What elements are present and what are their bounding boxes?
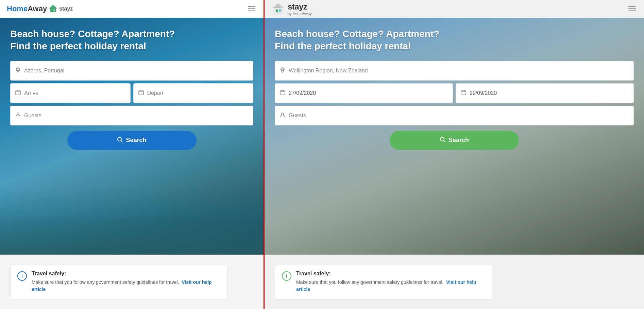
house-icon [48,4,58,14]
left-arrive-input[interactable] [24,90,125,96]
left-guests-icon [15,112,21,119]
svg-point-4 [17,69,19,71]
homeaway-logo-text: HomeAway [7,4,47,13]
hamburger-line-3 [248,11,255,11]
right-date-row [275,83,634,103]
right-travel-text: Travel safely: Make sure that you follow… [296,271,485,293]
hamburger-line-1 [248,6,255,7]
left-search-button[interactable]: Search [67,131,197,150]
left-arrive-field[interactable] [10,83,131,103]
right-bottom-section: i Travel safely: Make sure that you foll… [265,255,644,309]
left-travel-safe-title: Travel safely: [32,271,221,277]
svg-rect-13 [276,7,280,8]
right-travel-safe-body-text: Make sure that you follow any government… [296,279,443,285]
right-panel: stayz by HomeAway Beach house? Cottage? … [264,0,644,309]
left-travel-safe-body: Make sure that you follow any government… [32,279,221,293]
right-depart-input[interactable] [470,90,629,96]
left-guests-input[interactable] [24,113,248,119]
left-header: HomeAway stayz [0,0,264,18]
stayz-text-group: stayz by HomeAway [288,2,312,16]
hamburger-line-2 [248,8,255,9]
right-hero: Beach house? Cottage? Apartment? Find th… [265,18,644,255]
svg-marker-1 [49,5,57,8]
right-travel-safe-body: Make sure that you follow any government… [296,279,485,293]
svg-rect-5 [16,91,20,95]
svg-rect-11 [276,10,278,12]
left-depart-field[interactable] [133,83,254,103]
left-hero-title: Beach house? Cottage? Apartment? Find th… [10,28,253,53]
left-bottom-section: i Travel safely: Make sure that you foll… [0,255,264,309]
left-hero: Beach house? Cottage? Apartment? Find th… [0,18,264,255]
svg-point-7 [17,113,19,115]
right-depart-field[interactable] [456,83,634,103]
svg-rect-3 [53,10,55,11]
right-travel-safe-title: Travel safely: [296,271,485,277]
svg-point-14 [282,69,284,71]
right-travel-safe-box: i Travel safely: Make sure that you foll… [275,264,492,299]
right-location-input[interactable] [289,68,629,74]
svg-rect-12 [279,10,281,12]
logo-home-part: Home [7,4,28,13]
stayz-logo: stayz by HomeAway [271,2,312,16]
stayz-name-text: stayz [288,2,312,12]
left-arrive-calendar-icon [15,90,21,97]
homeaway-logo: HomeAway stayz [7,4,73,14]
left-search-label: Search [126,137,146,144]
left-depart-input[interactable] [147,90,249,96]
right-guests-field[interactable] [275,106,634,125]
left-search-form: Search [10,61,253,150]
right-search-form: Search [275,61,634,150]
left-location-input[interactable] [24,68,248,74]
right-depart-calendar-icon [461,90,466,97]
right-info-icon: i [282,271,291,281]
left-info-icon: i [17,271,27,281]
left-search-icon [117,137,123,144]
stayz-house-icon [271,2,285,16]
right-header: stayz by HomeAway [265,0,644,18]
location-icon [15,67,21,74]
right-hero-content: Beach house? Cottage? Apartment? Find th… [275,28,634,150]
right-search-button[interactable]: Search [390,131,519,150]
stayz-by-text: by HomeAway [288,12,312,16]
left-hamburger-button[interactable] [247,5,257,13]
right-hamburger-button[interactable] [627,5,637,13]
right-hamburger-line-2 [628,8,636,9]
right-arrive-input[interactable] [289,90,448,96]
left-panel: HomeAway stayz Beach house? Cottage? Apa… [0,0,264,309]
right-hamburger-line-3 [628,11,636,11]
svg-rect-16 [461,91,466,95]
right-title-line1: Beach house? Cottage? Apartment? [275,29,439,39]
left-title-line1: Beach house? Cottage? Apartment? [10,29,175,39]
svg-point-17 [282,113,284,115]
svg-rect-15 [280,91,285,95]
right-search-icon [440,137,446,144]
left-location-field[interactable] [10,61,253,81]
right-search-label: Search [448,137,469,144]
left-guests-field[interactable] [10,106,253,125]
left-travel-safe-box: i Travel safely: Make sure that you foll… [10,264,228,299]
logo-away-part: Away [28,4,47,13]
right-hero-title: Beach house? Cottage? Apartment? Find th… [275,28,634,53]
right-guests-input[interactable] [289,113,629,119]
right-location-icon [280,67,285,74]
left-depart-calendar-icon [138,90,144,97]
svg-rect-2 [52,10,53,12]
right-guests-icon [280,112,285,119]
right-hamburger-line-1 [628,6,636,7]
stayz-logo-text-left: stayz [59,6,73,12]
right-location-field[interactable] [275,61,634,81]
right-arrive-calendar-icon [280,90,285,97]
left-travel-safe-body-text: Make sure that you follow any government… [32,279,179,285]
left-travel-text: Travel safely: Make sure that you follow… [32,271,221,293]
left-title-line2: Find the perfect holiday rental [10,41,146,51]
right-title-line2: Find the perfect holiday rental [275,41,411,51]
left-hero-content: Beach house? Cottage? Apartment? Find th… [10,28,253,150]
left-date-row [10,83,253,103]
svg-rect-6 [139,91,143,95]
right-arrive-field[interactable] [275,83,453,103]
